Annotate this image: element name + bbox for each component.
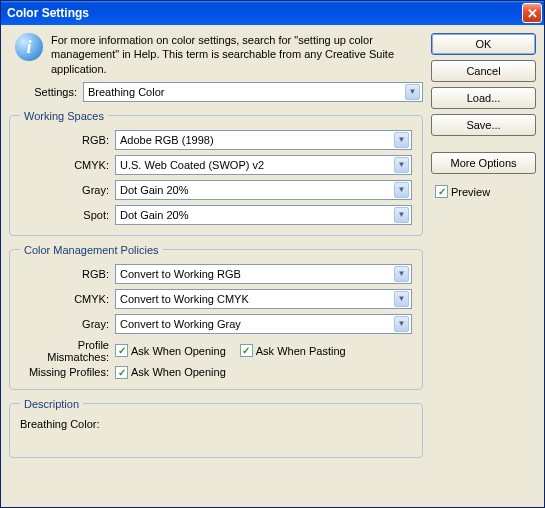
- info-row: i For more information on color settings…: [9, 33, 423, 76]
- ws-spot-select[interactable]: Dot Gain 20% ▼: [115, 205, 412, 225]
- pol-gray-label: Gray:: [20, 318, 115, 330]
- chevron-down-icon: ▼: [394, 132, 409, 148]
- working-spaces-group: Working Spaces RGB: Adobe RGB (1998) ▼ C…: [9, 110, 423, 236]
- close-icon: ✕: [527, 6, 538, 21]
- chevron-down-icon: ▼: [405, 84, 420, 100]
- window-title: Color Settings: [7, 6, 89, 20]
- titlebar: Color Settings ✕: [1, 1, 544, 25]
- settings-value: Breathing Color: [88, 86, 164, 98]
- main-column: i For more information on color settings…: [9, 33, 423, 499]
- more-options-button[interactable]: More Options: [431, 152, 536, 174]
- ws-cmyk-label: CMYK:: [20, 159, 115, 171]
- missing-open-checkbox[interactable]: ✓: [115, 366, 128, 379]
- mismatch-open-checkbox[interactable]: ✓: [115, 344, 128, 357]
- chevron-down-icon: ▼: [394, 182, 409, 198]
- settings-row: Settings: Breathing Color ▼: [9, 82, 423, 102]
- chevron-down-icon: ▼: [394, 207, 409, 223]
- ws-spot-label: Spot:: [20, 209, 115, 221]
- ws-rgb-label: RGB:: [20, 134, 115, 146]
- policies-legend: Color Management Policies: [20, 244, 163, 256]
- cancel-button[interactable]: Cancel: [431, 60, 536, 82]
- ws-rgb-select[interactable]: Adobe RGB (1998) ▼: [115, 130, 412, 150]
- ws-gray-select[interactable]: Dot Gain 20% ▼: [115, 180, 412, 200]
- load-button[interactable]: Load...: [431, 87, 536, 109]
- missing-label: Missing Profiles:: [20, 366, 115, 378]
- policies-group: Color Management Policies RGB: Convert t…: [9, 244, 423, 390]
- description-legend: Description: [20, 398, 83, 410]
- side-column: OK Cancel Load... Save... More Options ✓…: [431, 33, 536, 499]
- pol-gray-select[interactable]: Convert to Working Gray ▼: [115, 314, 412, 334]
- chevron-down-icon: ▼: [394, 266, 409, 282]
- chevron-down-icon: ▼: [394, 291, 409, 307]
- working-spaces-legend: Working Spaces: [20, 110, 108, 122]
- ok-button[interactable]: OK: [431, 33, 536, 55]
- pol-cmyk-select[interactable]: Convert to Working CMYK ▼: [115, 289, 412, 309]
- missing-open-label[interactable]: Ask When Opening: [131, 366, 226, 378]
- description-text: Breathing Color:: [20, 418, 412, 430]
- save-button[interactable]: Save...: [431, 114, 536, 136]
- preview-checkbox[interactable]: ✓: [435, 185, 448, 198]
- color-settings-dialog: Color Settings ✕ i For more information …: [0, 0, 545, 508]
- mismatch-open-label[interactable]: Ask When Opening: [131, 345, 226, 357]
- chevron-down-icon: ▼: [394, 157, 409, 173]
- settings-label: Settings:: [17, 86, 77, 98]
- preview-label[interactable]: Preview: [451, 186, 490, 198]
- mismatch-paste-label[interactable]: Ask When Pasting: [256, 345, 346, 357]
- ws-gray-label: Gray:: [20, 184, 115, 196]
- pol-cmyk-label: CMYK:: [20, 293, 115, 305]
- pol-rgb-select[interactable]: Convert to Working RGB ▼: [115, 264, 412, 284]
- chevron-down-icon: ▼: [394, 316, 409, 332]
- mismatch-label: Profile Mismatches:: [20, 339, 115, 363]
- close-button[interactable]: ✕: [522, 3, 542, 23]
- settings-select[interactable]: Breathing Color ▼: [83, 82, 423, 102]
- pol-rgb-label: RGB:: [20, 268, 115, 280]
- ws-cmyk-select[interactable]: U.S. Web Coated (SWOP) v2 ▼: [115, 155, 412, 175]
- info-text: For more information on color settings, …: [51, 33, 423, 76]
- info-icon: i: [15, 33, 43, 61]
- description-group: Description Breathing Color:: [9, 398, 423, 458]
- content-area: i For more information on color settings…: [1, 25, 544, 507]
- mismatch-paste-checkbox[interactable]: ✓: [240, 344, 253, 357]
